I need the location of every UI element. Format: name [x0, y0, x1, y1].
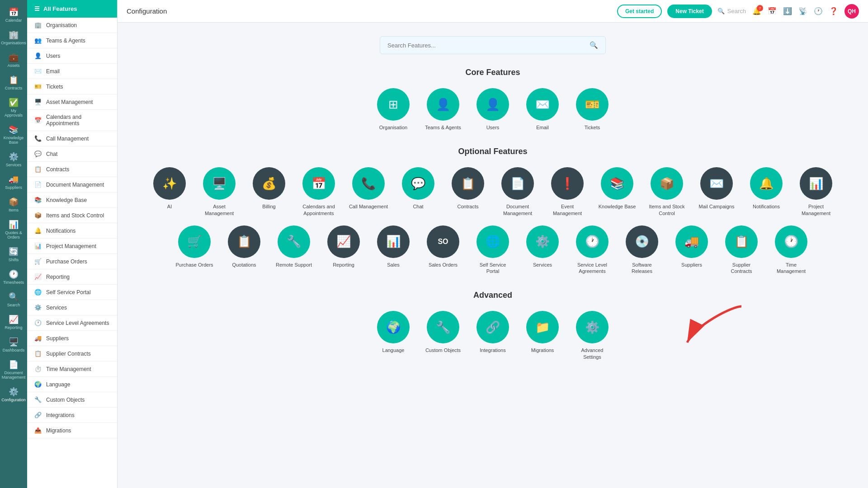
nav-calendar[interactable]: 📅 Calendar	[0, 4, 27, 26]
sidebar-item-call-management[interactable]: 📞Call Management	[27, 131, 117, 146]
feature-item-project-management[interactable]: 📊Project Management	[796, 167, 836, 216]
nav-suppliers[interactable]: 🚚 Suppliers	[0, 171, 27, 193]
sidebar-item-self-service-portal[interactable]: 🌐Self Service Portal	[27, 285, 117, 300]
feature-item-advanced-settings[interactable]: ⚙️Advanced Settings	[572, 311, 613, 360]
nav-quotes-orders[interactable]: 📊 Quotes & Orders	[0, 216, 27, 243]
sidebar-item-document-management[interactable]: 📄Document Management	[27, 177, 117, 192]
sidebar-item-users[interactable]: 👤Users	[27, 48, 117, 64]
nav-dashboards[interactable]: 🖥️ Dashboards	[0, 333, 27, 356]
sidebar-item-purchase-orders[interactable]: 🛒Purchase Orders	[27, 254, 117, 269]
sidebar-item-tickets[interactable]: 🎫Tickets	[27, 79, 117, 94]
feature-item-organisation[interactable]: ⊞Organisation	[373, 88, 414, 131]
feature-item-self-service-portal[interactable]: 🌐Self Service Portal	[472, 225, 513, 275]
sidebar-item-service-level-agreements[interactable]: 🕐Service Level Agreements	[27, 315, 117, 331]
sidebar-item-items-and-stock-control[interactable]: 📦Items and Stock Control	[27, 208, 117, 223]
nav-configuration[interactable]: ⚙️ Configuration	[0, 383, 27, 406]
feature-item-event-management[interactable]: ❗Event Management	[547, 167, 588, 216]
feature-item-calendars-and-appointments[interactable]: 📅Calendars and Appointments	[298, 167, 339, 216]
calendar-topbar-icon[interactable]: 📅	[768, 7, 777, 15]
feature-search-input[interactable]	[387, 42, 585, 49]
feature-item-teams-&-agents[interactable]: 👤Teams & Agents	[423, 88, 463, 131]
feature-item-knowledge-base[interactable]: 📚Knowledge Base	[597, 167, 637, 216]
sidebar-item-suppliers[interactable]: 🚚Suppliers	[27, 331, 117, 346]
nav-document-management[interactable]: 📄 Document Management	[0, 356, 27, 383]
sidebar-item-asset-management[interactable]: 🖥️Asset Management	[27, 94, 117, 110]
feature-item-custom-objects[interactable]: 🔧Custom Objects	[423, 311, 463, 360]
sidebar-item-custom-objects[interactable]: 🔧Custom Objects	[27, 392, 117, 408]
feature-item-mail-campaigns[interactable]: ✉️Mail Campaigns	[696, 167, 737, 216]
feature-item-software-releases[interactable]: 💿Software Releases	[622, 225, 662, 275]
sidebar-item-language[interactable]: 🌍Language	[27, 377, 117, 392]
feature-item-sales[interactable]: 📊Sales	[373, 225, 414, 275]
sidebar-item-supplier-contracts[interactable]: 📋Supplier Contracts	[27, 346, 117, 361]
topbar-search[interactable]: 🔍 Search	[717, 8, 746, 14]
feature-item-quotations[interactable]: 📋Quotations	[224, 225, 264, 275]
feature-item-items-and-stock-control[interactable]: 📦Items and Stock Control	[646, 167, 687, 216]
nav-timesheets[interactable]: 🕐 Timesheets	[0, 266, 27, 288]
feature-item-billing[interactable]: 💰Billing	[249, 167, 289, 216]
nav-contracts[interactable]: 📋 Contracts	[0, 71, 27, 94]
nav-knowledge-base[interactable]: 📚 Knowledge Base	[0, 121, 27, 148]
nav-reporting[interactable]: 📈 Reporting	[0, 311, 27, 333]
sidebar-item-label: Calendars and Appointments	[46, 114, 110, 127]
feature-item-integrations[interactable]: 🔗Integrations	[472, 311, 513, 360]
feature-item-users[interactable]: 👤Users	[472, 88, 513, 131]
calendar-icon: 📅	[9, 7, 19, 17]
rss-icon[interactable]: 📡	[798, 7, 807, 15]
nav-organisations[interactable]: 🏢 Organisations	[0, 26, 27, 49]
notification-bell[interactable]: 🔔 7	[752, 7, 761, 15]
feature-item-call-management[interactable]: 📞Call Management	[348, 167, 389, 216]
feature-item-services[interactable]: ⚙️Services	[522, 225, 563, 275]
feature-item-time-management[interactable]: 🕐Time Management	[771, 225, 811, 275]
feature-item-document-management[interactable]: 📄Document Management	[497, 167, 538, 216]
feature-label: Items and Stock Control	[646, 203, 687, 216]
feature-item-asset-management[interactable]: 🖥️Asset Management	[199, 167, 240, 216]
clock-icon[interactable]: 🕐	[814, 7, 823, 15]
feature-item-supplier-contracts[interactable]: 📋Supplier Contracts	[721, 225, 762, 275]
sidebar-item-services[interactable]: ⚙️Services	[27, 300, 117, 315]
feature-item-notifications[interactable]: 🔔Notifications	[746, 167, 787, 216]
feature-item-suppliers[interactable]: 🚚Suppliers	[671, 225, 712, 275]
feature-item-language[interactable]: 🌍Language	[373, 311, 414, 360]
download-icon[interactable]: ⬇️	[783, 7, 792, 15]
feature-item-tickets[interactable]: 🎫Tickets	[572, 88, 613, 131]
feature-item-chat[interactable]: 💬Chat	[398, 167, 439, 216]
sidebar-item-notifications[interactable]: 🔔Notifications	[27, 223, 117, 239]
sidebar-item-reporting[interactable]: 📈Reporting	[27, 269, 117, 285]
feature-item-reporting[interactable]: 📈Reporting	[323, 225, 364, 275]
avatar[interactable]: QH	[844, 4, 859, 19]
feature-item-ai[interactable]: ✨AI	[149, 167, 190, 216]
feature-item-migrations[interactable]: 📁Migrations	[522, 311, 563, 360]
nav-assets[interactable]: 💼 Assets	[0, 49, 27, 71]
feature-item-email[interactable]: ✉️Email	[522, 88, 563, 131]
nav-services[interactable]: ⚙️ Services	[0, 148, 27, 171]
nav-search[interactable]: 🔍 Search	[0, 288, 27, 311]
sidebar-item-email[interactable]: ✉️Email	[27, 64, 117, 79]
feature-item-remote-support[interactable]: 🔧Remote Support	[274, 225, 314, 275]
sidebar-item-organisation[interactable]: 🏢Organisation	[27, 18, 117, 33]
help-icon[interactable]: ❓	[829, 7, 838, 15]
nav-shifts[interactable]: 🔄 Shifts	[0, 243, 27, 266]
sidebar-item-contracts[interactable]: 📋Contracts	[27, 162, 117, 177]
sidebar-item-label: Self Service Portal	[46, 289, 91, 296]
sidebar-item-calendars-and-appointments[interactable]: 📅Calendars and Appointments	[27, 110, 117, 131]
feature-item-sales-orders[interactable]: SOSales Orders	[423, 225, 463, 275]
sidebar-item-time-management[interactable]: ⏱️Time Management	[27, 361, 117, 377]
get-started-button[interactable]: Get started	[617, 5, 662, 18]
sidebar-item-knowledge-base[interactable]: 📚Knowledge Base	[27, 192, 117, 208]
sidebar-item-migrations[interactable]: 📤Migrations	[27, 423, 117, 438]
sidebar-item-project-management[interactable]: 📊Project Management	[27, 239, 117, 254]
sidebar-header[interactable]: ☰ All Features	[27, 0, 117, 18]
sidebar-item-integrations[interactable]: 🔗Integrations	[27, 408, 117, 423]
new-ticket-button[interactable]: New Ticket	[667, 5, 712, 18]
services-icon: ⚙️	[9, 152, 19, 162]
nav-items[interactable]: 📦 Items	[0, 193, 27, 216]
feature-circle: 🔗	[476, 311, 509, 343]
nav-my-approvals[interactable]: ✅ My Approvals	[0, 94, 27, 121]
sidebar-item-chat[interactable]: 💬Chat	[27, 146, 117, 162]
feature-item-contracts[interactable]: 📋Contracts	[448, 167, 488, 216]
feature-item-purchase-orders[interactable]: 🛒Purchase Orders	[174, 225, 215, 275]
feature-item-service-level-agreements[interactable]: 🕐Service Level Agreements	[572, 225, 613, 275]
suppliers-icon: 🚚	[9, 174, 19, 184]
sidebar-item-teams-&-agents[interactable]: 👥Teams & Agents	[27, 33, 117, 48]
